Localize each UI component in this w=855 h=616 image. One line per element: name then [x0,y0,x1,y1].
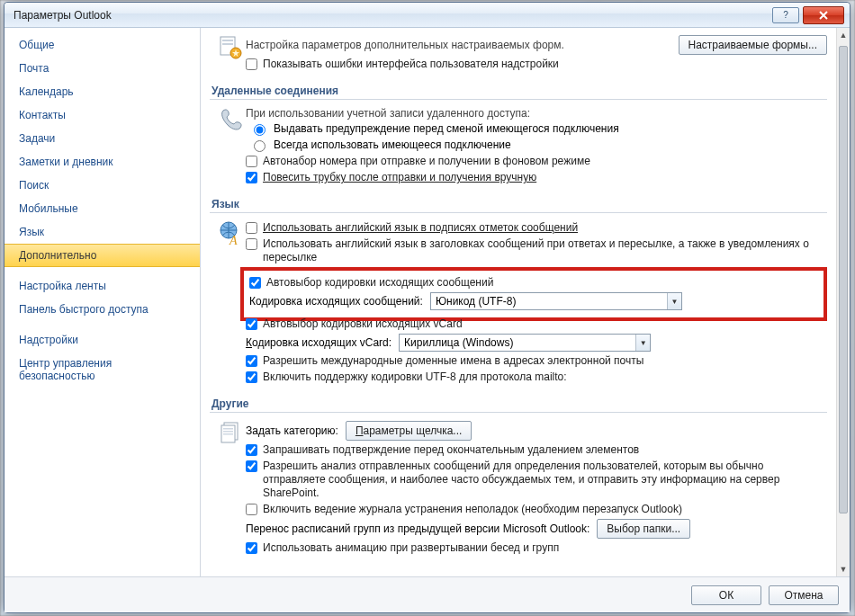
encoding-highlight: Автовыбор кодировки исходящих сообщений … [240,267,827,321]
sidebar-item-qat[interactable]: Панель быстрого доступа [4,298,200,321]
dialog-footer: ОК Отмена [4,576,850,612]
click-options-button[interactable]: Параметры щелчка... [346,421,472,441]
ok-button[interactable]: ОК [691,585,761,605]
scroll-down-icon[interactable]: ▼ [837,562,850,576]
sidebar-item-mail[interactable]: Почта [4,57,200,80]
checkbox-autodial[interactable]: Автонабор номера при отправке и получени… [246,155,827,168]
close-button[interactable] [803,6,844,24]
label-set-category: Задать категорию: [246,424,338,437]
content-panel: Настройка параметров дополнительных наст… [201,28,850,576]
custom-forms-button[interactable]: Настраиваемые формы... [679,35,827,55]
forms-icon [215,33,246,60]
section-dialup-title: Удаленные соединения [210,81,827,100]
choose-folder-button[interactable]: Выбор папки... [597,519,690,539]
sidebar-item-search[interactable]: Поиск [4,174,200,197]
checkbox-troubleshoot-log[interactable]: Включить ведение журнала устранения непо… [246,503,827,516]
customforms-intro: Настройка параметров дополнительных наст… [246,39,564,51]
checkbox-auto-encoding-outgoing[interactable]: Автовыбор кодировки исходящих сообщений [249,276,818,290]
svg-rect-10 [223,433,233,435]
dropdown-outgoing-encoding[interactable]: Юникод (UTF-8) ▼ [430,292,682,310]
checkbox-analysis-sharepoint[interactable]: Разрешить анализ отправленных сообщений … [246,460,827,500]
scrollbar-thumb[interactable] [839,46,848,513]
titlebar: Параметры Outlook ? [4,3,850,28]
content-scrollbar[interactable]: ▲ ▼ [836,28,850,576]
svg-rect-8 [223,428,233,430]
checkbox-addin-errors[interactable]: Показывать ошибки интерфейса пользовател… [246,58,827,71]
checkbox-confirm-delete[interactable]: Запрашивать подтверждение перед окончате… [246,443,827,457]
checkbox-idn[interactable]: Разрешить международные доменные имена в… [246,354,827,368]
sidebar-item-ribbon[interactable]: Настройка ленты [4,274,200,298]
sidebar-item-contacts[interactable]: Контакты [4,103,200,127]
close-icon [818,11,829,20]
cancel-button[interactable]: Отмена [769,585,839,605]
globe-icon: A [215,219,246,247]
chevron-down-icon: ▼ [635,335,650,351]
sidebar-item-addins[interactable]: Надстройки [4,328,200,352]
document-stack-icon [215,418,246,447]
sidebar-item-calendar[interactable]: Календарь [4,80,200,103]
sidebar-item-advanced[interactable]: Дополнительно [4,244,200,267]
dropdown-vcard-encoding[interactable]: Кириллица (Windows) ▼ [399,334,651,352]
label-vcard-encoding: Кодировка исходящих vCard: [246,336,392,349]
sidebar-item-general[interactable]: Общие [4,33,200,57]
section-language-title: Язык [210,194,827,213]
section-other-title: Другие [210,394,827,413]
checkbox-mailto-utf8[interactable]: Включить поддержку кодировки UTF-8 для п… [246,370,827,384]
svg-rect-9 [223,431,233,433]
checkbox-english-signatures[interactable]: Использовать английский язык в подписях … [246,221,827,235]
category-sidebar: Общие Почта Календарь Контакты Задачи За… [4,28,201,576]
help-button[interactable]: ? [772,7,799,23]
checkbox-hangup[interactable]: Повесить трубку после отправки и получен… [246,171,827,184]
checkbox-english-headers[interactable]: Использовать английский язык в заголовка… [246,237,827,264]
sidebar-item-notes[interactable]: Заметки и дневник [4,150,200,174]
radio-warn-change[interactable]: Выдавать предупреждение перед сменой име… [249,121,827,136]
chevron-down-icon: ▼ [667,293,681,309]
sidebar-item-tasks[interactable]: Задачи [4,127,200,150]
dialup-intro: При использовании учетной записи удаленн… [246,107,827,120]
checkbox-animation[interactable]: Использовать анимацию при развертывании … [246,541,827,555]
label-outgoing-encoding: Кодировка исходящих сообщений: [249,295,423,308]
svg-rect-1 [222,40,233,41]
sidebar-item-trust[interactable]: Центр управления безопасностью [4,352,200,388]
options-dialog: Параметры Outlook ? Общие Почта Календар… [4,2,850,613]
dialog-title: Параметры Outlook [14,9,770,22]
sidebar-item-mobile[interactable]: Мобильные [4,197,200,220]
checkbox-auto-encoding-vcard[interactable]: Автовыбор кодировки исходящих vCard [246,317,827,331]
svg-rect-2 [222,43,233,45]
radio-use-existing[interactable]: Всегда использовать имеющееся подключени… [249,138,827,152]
label-migrate-schedules: Перенос расписаний групп из предыдущей в… [246,522,590,535]
sidebar-item-language[interactable]: Язык [4,220,200,244]
svg-text:A: A [229,234,238,247]
scroll-up-icon[interactable]: ▲ [837,28,850,42]
phone-icon [215,105,246,134]
